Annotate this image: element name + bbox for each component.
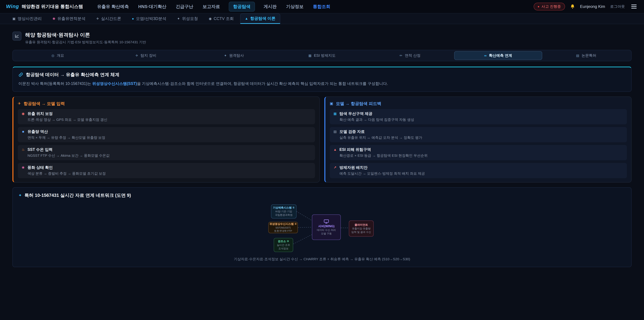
monitor-icon [324,219,329,224]
node-title: 위성영상수신시스템 ② [270,222,297,226]
topbar-right: ● 사고 진행중 Eunjeong Kim 로그아웃 [534,3,638,11]
desc-pre: 이문진 박사 특허(등록특허 10-1567431)는 [18,81,92,86]
image-icon: ▣ [12,17,16,21]
item-desc: 예측 도달시간 → 오일펜스·방제정 최적 배치 좌표 제공 [340,171,624,176]
chart-up-icon: ↗ [333,165,337,169]
linkage-heading: 항공탐색 데이터 → 유출유 확산예측 연계 체계 [26,72,120,78]
weathering-icon: ❀ [21,165,25,169]
subnav-label: 오염/선박3D분석 [136,16,166,21]
sub-nav: ▣ 영상사진관리 ❀ 유출유면적분석 ✈ 실시간드론 ● 오염/선박3D분석 ✦… [0,14,644,24]
tab-papers-patents[interactable]: ▤ 논문특허 [542,51,630,60]
item-title: 풍화 상태 확인 [28,165,53,170]
subnav-label: 실시간드론 [101,16,121,21]
item-title: 유출 위치 보정 [28,111,53,116]
node-line: 데이터 수신·처리 [317,228,336,232]
link-icon: ∞ [484,54,486,58]
node-title: 검조소 ③ [278,240,289,243]
satellite-icon: ✦ [18,193,22,198]
incident-status-badge[interactable]: ● 사고 진행중 [534,3,565,11]
sst-system-link[interactable]: 위성영상수신시스템(SST) [92,81,137,86]
card-title: 항공탐색 → 모델 입력 [24,101,65,106]
main-nav: 유출유 확산예측 HNS·대기확산 긴급구난 보고자료 항공탐색 게시판 기상정… [96,2,331,12]
linkage-panel: 항공탐색 데이터 → 유출유 확산예측 연계 체계 이문진 박사 특허(등록특허… [12,67,632,92]
tab-label: 원격탐사 [229,53,244,58]
item-desc: 드론·위성 영상 → GPS 좌표 → 모델 유출지점 갱신 [28,117,312,122]
main-content: 해양 항공탐색·원격탐사 이론 유출유 원격탐지·항공감시 기법·ESI 방제정… [0,24,644,274]
area-icon: ■ [21,130,25,134]
cctv-icon: ◉ [209,17,212,21]
subnav-aerial-search-theory[interactable]: ▲ 항공탐색 이론 [240,14,280,24]
app-title: 해양환경 위기대응 통합시스템 [22,4,83,10]
subnav-satellite-request[interactable]: ✦ 위성요청 [173,14,202,24]
page-chart-icon [12,32,22,41]
page-header: 해양 항공탐색·원격탐사 이론 유출유 원격탐지·항공감시 기법·ESI 방제정… [12,32,632,45]
subnav-label: 항공탐색 이론 [250,16,276,21]
notification-bell-icon[interactable] [570,4,575,9]
subnav-realtime-drone[interactable]: ✈ 실시간드론 [92,14,126,24]
nav-emergency-rescue[interactable]: 긴급구난 [175,2,194,11]
network-diagram: 기상예측시스템 ① 바람·기온·기압 국립환경과학원 위성영상수신시스템 ② S… [268,204,376,252]
map-icon: ▦ [308,54,312,58]
logout-button[interactable]: 로그아웃 [610,4,625,9]
pin-icon: ◉ [21,112,25,116]
node-wing-server: 서버(WING) 데이터 수신·처리 모델 구동 [312,214,341,240]
card-title-row: ▣ 모델 → 항공탐색 피드백 [330,101,627,106]
linkage-cards: ✈ 항공탐색 → 모델 입력 ◉유출 위치 보정 드론·위성 영상 → GPS … [12,97,632,183]
incident-status-label: 사고 진행중 [541,4,561,9]
node-client: 클라이언트 유출지점·유출량 입력 및 결과 수신 [349,220,374,237]
list-item: ▤모델 검증 자료 실측 유출유 위치 ↔ 예측값 오차 분석 → 정확도 평가 [330,127,627,142]
brand-home-link[interactable]: Wing 해양환경 위기대응 통합시스템 [6,4,83,10]
item-title: SST 수온 입력 [28,147,53,152]
tab-esi-map[interactable]: ▦ ESI 방제지도 [278,51,366,60]
tab-label: 확산예측 연계 [489,53,512,58]
item-title: ESI 피해 위험구역 [340,147,371,152]
satellite-icon: ✦ [224,54,227,58]
node-title: 기상예측시스템 ① [273,206,295,210]
nav-oil-spill-prediction[interactable]: 유출유 확산예측 [96,2,130,11]
tab-diffusion-linkage[interactable]: ∞ 확산예측 연계 [454,51,542,60]
tab-label: ESI 방제지도 [314,53,336,58]
patent-network-panel: ✦ 특허 10-1567431 실시간 자료 연계 네트워크 (도면 9) 기상… [12,187,632,267]
subnav-image-photo-management[interactable]: ▣ 영상사진관리 [8,14,46,24]
linkage-description: 이문진 박사 특허(등록특허 10-1567431)는 위성영상수신시스템(SS… [18,81,626,87]
tab-detection-equipment[interactable]: ✈ 탐지 장비 [102,51,190,60]
nav-weather-info[interactable]: 기상정보 [286,2,304,11]
grid-icon: ▦ [333,112,337,116]
tab-remote-sensing[interactable]: ✦ 원격탐사 [190,51,278,60]
subnav-cctv-view[interactable]: ◉ CCTV 조회 [204,14,238,24]
desc-post: 을 기상예측시스템·검조소와 함께 인터넷으로 연결하여, 항공탐색 데이터가 … [137,81,388,86]
item-desc: 확산 예측 결과 → 다음 탐색 집중구역 자동 생성 [340,117,624,122]
app-root: Wing 해양환경 위기대응 통합시스템 유출유 확산예측 HNS·대기확산 긴… [0,0,644,274]
thermometer-icon: ♨ [21,148,25,152]
item-title: 모델 검증 자료 [340,129,365,134]
subnav-oil-area-analysis[interactable]: ❀ 유출유면적분석 [48,14,90,24]
node-line: 실시간 조위 [277,243,290,247]
nav-integrated-search[interactable]: 통합조회 [312,2,331,11]
subnav-pollution-ship-3d[interactable]: ● 오염/선박3D분석 [128,14,170,24]
network-heading: 특허 10-1567431 실시간 자료 연계 네트워크 (도면 9) [24,192,131,198]
tab-overview[interactable]: ◎ 개요 [14,51,102,60]
chart-icon: ▲ [245,17,248,21]
list-item: ◉유출 위치 보정 드론·위성 영상 → GPS 좌표 → 모델 유출지점 갱신 [18,109,315,124]
item-desc: NGSST FTP 수신 → Akima 보간 → 풍화모델 수온값 [28,153,312,158]
node-line: 토호쿠대학 FTP [274,229,292,233]
card-title: 모델 → 항공탐색 피드백 [336,101,381,106]
subnav-label: CCTV 조회 [214,16,234,21]
subnav-label: 유출유면적분석 [57,16,86,21]
tab-label: 면적 산정 [405,53,420,58]
aerial-to-model-card: ✈ 항공탐색 → 모델 입력 ◉유출 위치 보정 드론·위성 영상 → GPS … [12,97,320,183]
nav-hns-air-diffusion[interactable]: HNS·대기확산 [138,2,167,11]
nav-aerial-search[interactable]: 항공탐색 [229,2,255,12]
nav-report-materials[interactable]: 보고자료 [202,2,221,11]
clipboard-icon: ▤ [333,130,337,134]
item-desc: 면적 × 두께 → 유량 추정 → 확산모델 유출량 보정 [28,135,312,140]
menu-hamburger-icon[interactable] [630,3,638,10]
list-item: ❀풍화 상태 확인 색상 분류 → 증발비 추정 → 풍화모델 초기값 보정 [18,163,315,178]
nav-board[interactable]: 게시판 [263,2,278,11]
node-line: 바람·기온·기압 [276,210,292,213]
tab-area-calculation[interactable]: ✏ 면적 산정 [366,51,454,60]
card-title-row: ✈ 항공탐색 → 모델 입력 [18,101,315,106]
top-navbar: Wing 해양환경 위기대응 통합시스템 유출유 확산예측 HNS·대기확산 긴… [0,0,644,14]
drone-icon: ✈ [96,17,99,21]
node-line: 국립환경과학원 [275,213,293,217]
